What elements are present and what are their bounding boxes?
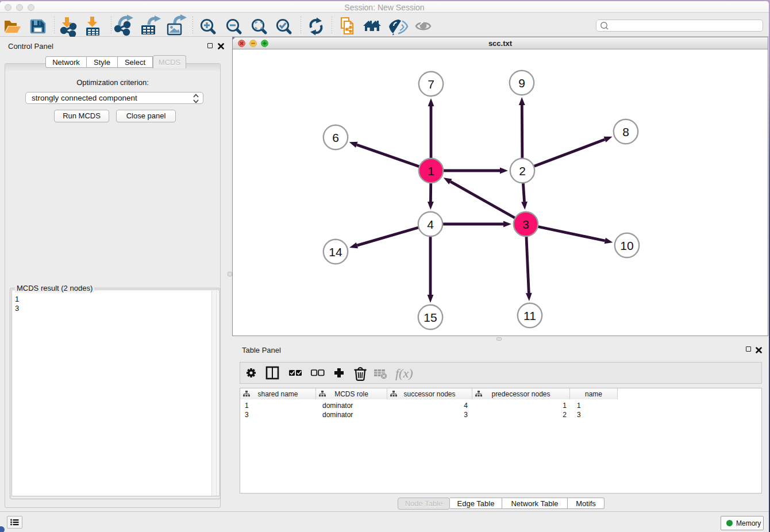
svg-text:11: 11 (523, 309, 536, 322)
svg-text:10: 10 (620, 239, 633, 252)
svg-text:9: 9 (518, 76, 525, 90)
svg-text:15: 15 (424, 311, 437, 324)
svg-text:3: 3 (522, 218, 529, 231)
svg-text:14: 14 (329, 245, 342, 259)
svg-text:2: 2 (519, 164, 526, 178)
svg-text:8: 8 (622, 125, 629, 138)
svg-text:f(x): f(x) (395, 366, 413, 380)
svg-text:1: 1 (428, 164, 434, 178)
svg-text:6: 6 (332, 131, 339, 144)
svg-text:7: 7 (428, 78, 434, 91)
svg-text:4: 4 (427, 218, 434, 231)
